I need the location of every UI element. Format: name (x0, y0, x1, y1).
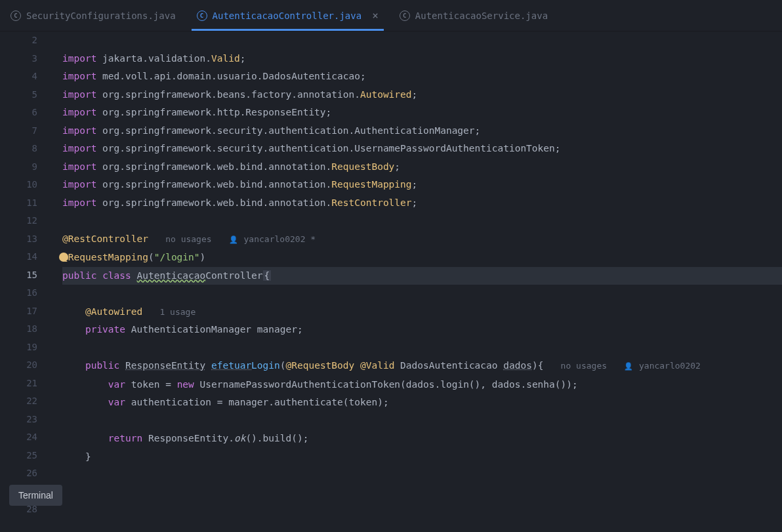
code-line: private AuthenticationManager manager; (62, 321, 782, 339)
code-line: var token = new UsernamePasswordAuthenti… (62, 376, 782, 394)
line-number: 22 (0, 392, 37, 411)
code-line (62, 31, 782, 50)
line-gutter: 2 3 4 5 6 7 8 9 10 11 12 13 14 15 16 17 … (0, 31, 49, 532)
line-number: 6 (0, 104, 37, 122)
tab-label: AutenticacaoService.java (415, 10, 548, 21)
code-line: @RequestMapping("/login") (62, 249, 782, 267)
line-number: 17 (0, 302, 37, 321)
tab-security-config[interactable]: C SecurityConfigurations.java (0, 0, 186, 31)
code-line: public class AutenticacaoController{ (62, 267, 782, 285)
tab-autenticacao-service[interactable]: C AutenticacaoService.java (389, 0, 558, 31)
line-number: 24 (0, 428, 37, 447)
line-number: 16 (0, 284, 37, 302)
code-line: @RestController no usages 👤 yancarlo0202… (62, 230, 782, 249)
line-number: 12 (0, 212, 37, 230)
author-icon: 👤 (229, 231, 238, 249)
code-line (62, 285, 782, 303)
tab-label: SecurityConfigurations.java (26, 10, 176, 21)
code-line (62, 212, 782, 230)
code-line: import jakarta.validation.Valid; (62, 50, 782, 68)
tab-label: AutenticacaoController.java (213, 10, 362, 21)
line-number: 2 (0, 31, 37, 50)
code-line (62, 466, 782, 484)
code-line: } (62, 448, 782, 466)
code-line: import org.springframework.web.bind.anno… (62, 194, 782, 213)
line-number: 13 (0, 230, 37, 249)
line-number: 8 (0, 140, 37, 158)
usage-hint[interactable]: no usages (561, 361, 607, 371)
line-number: 19 (0, 338, 37, 357)
code-line (62, 502, 782, 520)
line-number: 7 (0, 122, 37, 140)
code-line (62, 339, 782, 358)
code-line: import med.voll.api.domain.usuario.Dados… (62, 68, 782, 86)
code-line: return ResponseEntity.ok().build(); (62, 430, 782, 448)
editor-tabs: C SecurityConfigurations.java C Autentic… (0, 0, 782, 31)
line-number: 11 (0, 194, 37, 213)
line-number: 5 (0, 86, 37, 104)
usage-hint[interactable]: 1 usage (159, 307, 196, 317)
java-class-icon: C (10, 10, 21, 21)
line-number: 21 (0, 375, 37, 393)
code-line: import org.springframework.beans.factory… (62, 86, 782, 104)
code-line (62, 412, 782, 430)
tab-autenticacao-controller[interactable]: C AutenticacaoController.java × (186, 0, 389, 31)
line-number: 15 (0, 266, 37, 285)
line-number: 26 (0, 464, 37, 483)
close-icon[interactable]: × (372, 10, 379, 21)
line-number: 3 (0, 50, 37, 68)
code-line: @Autowired 1 usage (62, 303, 782, 321)
code-editor[interactable]: 2 3 4 5 6 7 8 9 10 11 12 13 14 15 16 17 … (0, 31, 782, 532)
line-number: 10 (0, 176, 37, 194)
line-number: 18 (0, 320, 37, 338)
line-number: 23 (0, 411, 37, 429)
line-number: 9 (0, 158, 37, 176)
terminal-tooltip: Terminal (9, 485, 62, 506)
code-line (62, 484, 782, 502)
line-number: 25 (0, 447, 37, 465)
code-line: import org.springframework.web.bind.anno… (62, 158, 782, 176)
code-line: import org.springframework.security.auth… (62, 140, 782, 158)
author-hint[interactable]: yancarlo0202 (639, 361, 701, 371)
java-class-icon: C (400, 10, 410, 21)
line-number: 4 (0, 68, 37, 86)
line-number: 14 (0, 248, 37, 266)
code-area[interactable]: import jakarta.validation.Valid; import … (49, 31, 782, 532)
code-line: public ResponseEntity efetuarLogin(@Requ… (62, 357, 782, 376)
code-line: import org.springframework.web.bind.anno… (62, 176, 782, 194)
usage-hint[interactable]: no usages (165, 234, 211, 244)
line-number: 20@ (0, 356, 37, 375)
intention-bulb-icon[interactable] (59, 253, 68, 262)
author-icon: 👤 (624, 358, 633, 376)
code-line: import org.springframework.security.auth… (62, 122, 782, 140)
code-line: var authentication = manager.authenticat… (62, 394, 782, 412)
java-class-icon: C (197, 10, 207, 21)
code-line: import org.springframework.http.Response… (62, 104, 782, 122)
author-hint[interactable]: yancarlo0202 * (244, 234, 316, 244)
